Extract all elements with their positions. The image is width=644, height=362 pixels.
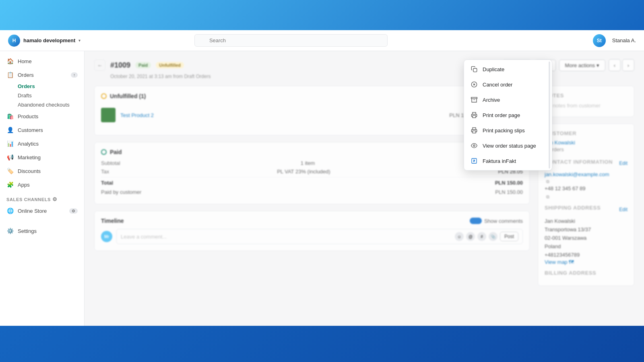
top-nav: H hamalo development ▾ 🔍 St Stanala A. — [0, 30, 644, 51]
product-row: Test Product 2 PLN 150.00 × 1 PLN 150.00 — [101, 105, 523, 125]
product-thumbnail — [101, 108, 116, 122]
x-circle-icon — [471, 81, 478, 88]
view-status-label: View order status page — [483, 143, 536, 149]
settings-icon: ⚙️ — [6, 227, 14, 234]
show-comments-label: Show comments — [484, 218, 523, 224]
eye-icon — [471, 142, 478, 149]
show-comments-toggle[interactable]: Show comments — [470, 218, 523, 224]
sidebar-item-online-store[interactable]: 🌐 Online Store ⚙ — [0, 204, 84, 218]
printer-order-icon — [471, 111, 478, 119]
sidebar-item-discounts[interactable]: 🏷️ Discounts — [0, 164, 84, 178]
contact-phone: +48 12 345 67 89 — [545, 185, 627, 193]
sidebar-item-apps[interactable]: 🧩 Apps — [0, 178, 84, 191]
sidebar-sub-orders[interactable]: Orders — [0, 82, 84, 91]
sidebar-item-orders[interactable]: 📋 Orders ↑ — [0, 68, 84, 82]
copy-icon — [471, 66, 478, 73]
customer-card: Customer Jan Kowalski 2 orders Contact I… — [538, 123, 634, 286]
sidebar-item-customers[interactable]: 👤 Customers — [0, 123, 84, 137]
top-gradient-bar — [0, 0, 644, 30]
customer-link[interactable]: Jan Kowalski — [545, 140, 627, 146]
emoji-icon[interactable]: ☺ — [455, 232, 464, 241]
sidebar-label-home: Home — [18, 58, 32, 64]
dropdown-item-archive[interactable]: Archive — [464, 92, 552, 107]
tax-label: Tax — [101, 169, 109, 175]
cancel-order-label: Cancel order — [483, 82, 512, 88]
paid-title: Paid — [110, 149, 122, 155]
online-store-badge: ⚙ — [69, 208, 78, 214]
post-button[interactable]: Post — [500, 232, 518, 241]
sidebar-label-online-store: Online Store — [18, 208, 47, 214]
nav-next-button[interactable]: › — [622, 59, 634, 71]
hashtag-icon[interactable]: # — [477, 232, 486, 241]
paid-status-dot — [101, 149, 107, 155]
search-input[interactable] — [194, 34, 388, 47]
chevron-down-icon: ▾ — [597, 62, 599, 68]
sidebar-sub-abandoned[interactable]: Abandoned checkouts — [0, 100, 84, 109]
sidebar-section-sales-channels: Sales Channels ⚙ — [0, 191, 84, 204]
sidebar-item-products[interactable]: 🛍️ Products — [0, 109, 84, 123]
discounts-icon: 🏷️ — [6, 167, 14, 175]
brand-avatar: H — [8, 35, 20, 47]
contact-email[interactable]: jan.kowalski@example.com — [545, 171, 627, 177]
order-side: Notes No notes from customer Customer Ja… — [538, 86, 634, 292]
customers-icon: 👤 — [6, 126, 14, 134]
product-name[interactable]: Test Product 2 — [120, 112, 154, 118]
gear-icon[interactable]: ⚙ — [52, 196, 58, 202]
at-icon[interactable]: @ — [466, 232, 475, 241]
analytics-icon: 📊 — [6, 140, 14, 147]
shipping-title: Shipping Address — [545, 205, 601, 211]
comment-input-area: Leave a comment... ☺ @ # 📎 Post — [116, 229, 523, 244]
svg-rect-7 — [473, 131, 476, 133]
shipping-header: Shipping Address Edit — [545, 205, 627, 214]
timeline-header: Timeline Show comments — [101, 218, 523, 224]
toggle-switch[interactable] — [470, 218, 482, 224]
apps-icon: 🧩 — [6, 181, 14, 188]
sidebar-label-settings: Settings — [18, 228, 37, 234]
sidebar-sub-drafts[interactable]: Drafts — [0, 91, 84, 100]
dropdown-item-print-order[interactable]: Print order page — [464, 107, 552, 123]
copy-phone-icon[interactable]: ⧉ — [546, 194, 549, 199]
svg-rect-4 — [471, 97, 477, 99]
payment-subtotal-row: Subtotal 1 item PLN 150.00 — [101, 160, 523, 166]
dropdown-item-duplicate[interactable]: Duplicate — [464, 62, 552, 77]
dropdown-item-print-packing[interactable]: Print packing slips — [464, 123, 552, 138]
nav-prev-button[interactable]: ‹ — [609, 59, 621, 71]
contact-edit-button[interactable]: Edit — [619, 160, 627, 166]
archive-label: Archive — [483, 97, 500, 103]
subtotal-label: Subtotal — [101, 160, 120, 166]
search-bar: 🔍 — [194, 34, 388, 47]
payment-paid-row: Paid by customer PLN 150.00 — [101, 189, 523, 195]
status-badge-paid: Paid — [135, 62, 151, 68]
products-icon: 🛍️ — [6, 113, 14, 120]
sidebar-item-settings[interactable]: ⚙️ Settings — [0, 224, 84, 238]
notes-card: Notes No notes from customer — [538, 86, 634, 117]
order-id: #1009 — [110, 61, 130, 70]
unfulfilled-title: Unfulfilled (1) — [110, 93, 146, 99]
comment-avatar: Mr — [101, 231, 112, 242]
orders-badge: ↑ — [71, 72, 78, 78]
sidebar-item-marketing[interactable]: 📢 Marketing — [0, 150, 84, 164]
notes-section-title: Notes — [545, 93, 627, 99]
dropdown-item-cancel-order[interactable]: Cancel order — [464, 77, 552, 92]
user-avatar[interactable]: St — [593, 34, 606, 47]
comment-placeholder[interactable]: Leave a comment... — [121, 234, 452, 240]
more-actions-button[interactable]: More actions ▾ — [559, 60, 605, 71]
shipping-edit-button[interactable]: Edit — [619, 207, 627, 212]
order-date: October 20, 2021 at 3:13 am from Draft O… — [110, 74, 634, 79]
timeline-card: Timeline Show comments Mr Leave a commen… — [94, 211, 530, 251]
copy-email-icon[interactable]: ⧉ — [546, 179, 549, 184]
sidebar-item-home[interactable]: 🏠 Home — [0, 54, 84, 68]
dropdown-item-view-status[interactable]: View order status page — [464, 138, 552, 153]
brand-area[interactable]: H hamalo development ▾ — [8, 35, 89, 47]
marketing-icon: 📢 — [6, 154, 14, 161]
bottom-gradient-bar — [0, 326, 644, 362]
print-packing-label: Print packing slips — [483, 128, 525, 134]
brand-chevron-icon: ▾ — [78, 38, 80, 43]
sidebar-item-analytics[interactable]: 📊 Analytics — [0, 137, 84, 150]
back-button[interactable]: ← — [94, 60, 105, 71]
view-map-link[interactable]: View map 🗺 — [545, 259, 627, 265]
dropdown-item-faktura[interactable]: Faktura inFakt — [464, 153, 552, 169]
paperclip-icon[interactable]: 📎 — [489, 232, 497, 241]
sidebar-label-apps: Apps — [18, 182, 30, 188]
svg-rect-6 — [473, 115, 476, 117]
